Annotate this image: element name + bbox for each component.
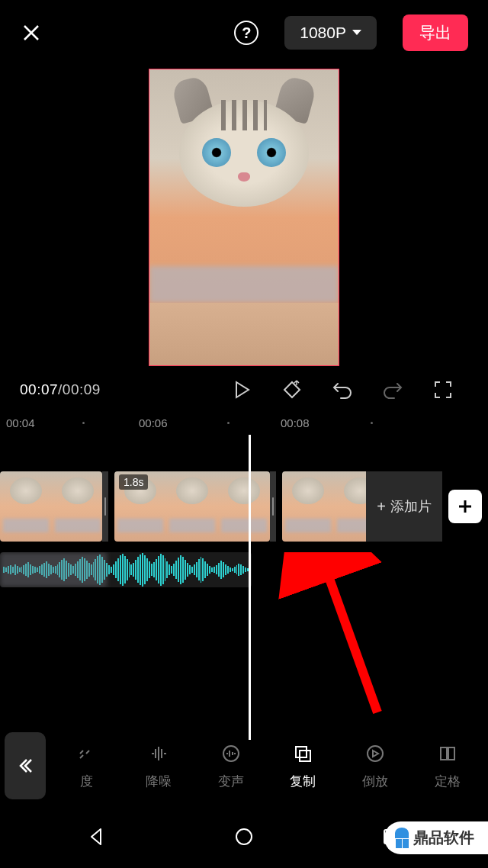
toolbar: 度 降噪 变声 复制 倒放 定格: [0, 723, 488, 809]
back-button[interactable]: [5, 732, 46, 799]
tool-copy[interactable]: 复制: [267, 742, 339, 790]
timeline[interactable]: 1.8s +添加片: [0, 435, 488, 740]
transition-2[interactable]: [270, 471, 276, 542]
redo-button[interactable]: [381, 378, 404, 401]
transition-1[interactable]: [102, 471, 108, 542]
add-clip-button[interactable]: [448, 490, 482, 523]
close-button[interactable]: [20, 21, 43, 44]
clip-2[interactable]: 1.8s: [114, 471, 270, 542]
playhead[interactable]: [249, 435, 251, 740]
play-button[interactable]: [230, 378, 253, 401]
nav-home[interactable]: [234, 827, 254, 850]
add-clip-label[interactable]: +添加片: [366, 471, 442, 542]
svg-point-4: [368, 746, 383, 761]
brand-logo-icon: [395, 828, 409, 848]
svg-rect-5: [441, 747, 447, 760]
ruler-tick: 00:04: [6, 416, 35, 429]
svg-rect-6: [448, 747, 454, 760]
fullscreen-button[interactable]: [432, 378, 454, 401]
tool-reverse[interactable]: 倒放: [339, 742, 412, 790]
clip-duration: 1.8s: [119, 474, 148, 490]
svg-point-7: [236, 829, 252, 844]
keyframe-button[interactable]: [281, 378, 303, 401]
time-display: 00:07/00:09: [20, 381, 101, 398]
time-ruler[interactable]: 00:04 00:06 00:08: [0, 413, 488, 432]
tool-denoise[interactable]: 降噪: [123, 742, 195, 790]
brand-text: 鼎品软件: [413, 828, 474, 848]
export-button[interactable]: 导出: [403, 14, 468, 51]
ruler-tick: 00:06: [139, 416, 168, 429]
svg-point-1: [223, 746, 239, 761]
tool-voice[interactable]: 变声: [194, 742, 267, 790]
nav-back[interactable]: [87, 827, 107, 850]
resolution-selector[interactable]: 1080P: [284, 16, 377, 50]
svg-line-0: [324, 564, 377, 712]
video-track[interactable]: 1.8s +添加片: [0, 471, 488, 542]
ruler-tick: 00:08: [281, 416, 310, 429]
help-button[interactable]: ?: [234, 21, 258, 45]
undo-button[interactable]: [331, 378, 354, 401]
annotation-arrow: [252, 552, 389, 720]
svg-rect-2: [296, 747, 307, 757]
video-preview[interactable]: [0, 66, 488, 366]
tool-freeze[interactable]: 定格: [411, 742, 483, 790]
audio-track[interactable]: [0, 552, 252, 587]
svg-rect-3: [300, 751, 310, 761]
brand-watermark: 鼎品软件: [384, 821, 488, 854]
resolution-label: 1080P: [300, 24, 346, 42]
clip-1[interactable]: [0, 471, 102, 542]
tool-speed[interactable]: 度: [50, 742, 123, 790]
